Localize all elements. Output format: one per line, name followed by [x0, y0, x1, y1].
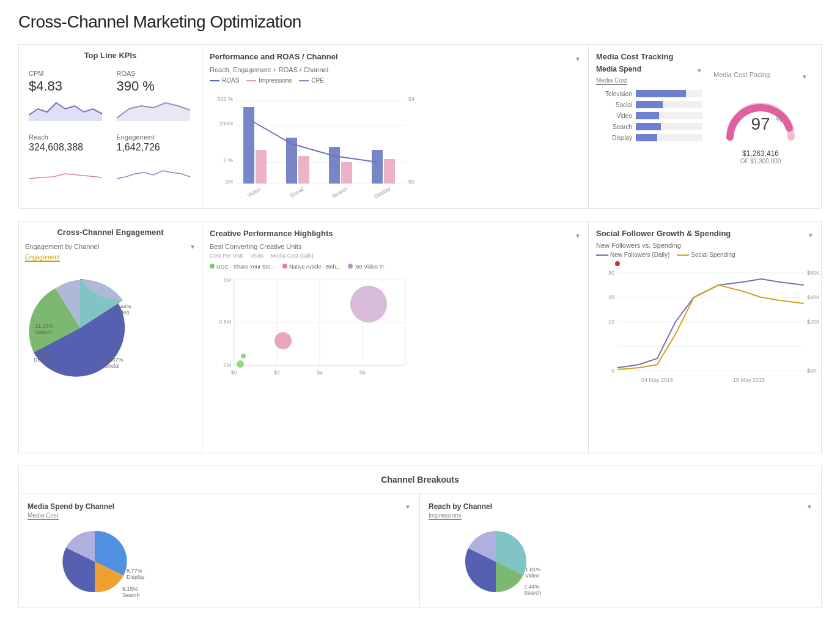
engagement-sparkline [117, 155, 193, 180]
kpi-engagement: Engagement 1,642,726 [113, 130, 196, 184]
media-spend-panel: Media Spend by Channel ▼ Media Cost 8.77… [19, 494, 420, 607]
svg-text:200M: 200M [219, 121, 233, 127]
media-spend-filter[interactable]: ▼ [696, 67, 702, 74]
svg-text:10: 10 [608, 319, 614, 325]
pacing-filter[interactable]: ▼ [801, 73, 808, 80]
bubble-chart: 1M 0.5M 0M $0 $2 $4 $6 [210, 273, 418, 384]
svg-rect-13 [256, 150, 267, 184]
media-cost-subtitle: Media Cost [596, 77, 627, 85]
svg-text:$60K: $60K [807, 270, 820, 276]
performance-legend: ROAS Impressions CPE [210, 77, 581, 84]
social-legend-1: Social Spending [691, 251, 735, 258]
creative-filter-icon[interactable]: ▼ [575, 232, 581, 239]
media-spend-title: Media Spend [596, 65, 641, 73]
kpi-reach-label: Reach [29, 133, 105, 141]
reach-panel: Reach by Channel ▼ Impressions 1.81% Vid… [420, 494, 821, 607]
kpi-roas: ROAS 390 % [113, 66, 196, 125]
svg-marker-0 [29, 103, 102, 121]
pie-chart-area: 2.44% Video 11.26% Search 13.93% Display… [25, 267, 196, 389]
legend-cpe: CPE [311, 77, 324, 84]
creative-chart-title: Best Converting Creative Units [210, 243, 581, 250]
social-legend: New Followers (Daily) Social Spending [596, 251, 814, 258]
bar-search: Search [596, 123, 702, 130]
pacing-title: Media Cost Pacing [713, 71, 770, 78]
svg-text:Display: Display [373, 185, 392, 199]
svg-text:1.81%: 1.81% [525, 566, 541, 573]
reach-pie: 1.81% Video 2.44% Search [429, 525, 563, 598]
kpi-cpm-value: $4.83 [29, 78, 105, 94]
svg-text:$20K: $20K [807, 319, 820, 325]
svg-text:30: 30 [608, 270, 614, 276]
cross-channel-filter[interactable]: ▼ [190, 243, 196, 250]
svg-text:2.44%: 2.44% [524, 584, 540, 590]
svg-point-52 [241, 354, 246, 358]
legend-impressions: Impressions [259, 77, 292, 84]
svg-text:$0K: $0K [807, 368, 817, 374]
svg-text:Video: Video [525, 573, 539, 579]
svg-text:Display: Display [34, 357, 52, 363]
pacing-of: OF $1,300,000 [740, 158, 781, 165]
svg-text:Video: Video [116, 310, 130, 316]
svg-rect-17 [341, 162, 352, 184]
svg-point-66 [615, 261, 620, 266]
svg-text:$6: $6 [359, 369, 366, 376]
svg-text:04 May 2015: 04 May 2015 [641, 377, 673, 383]
svg-text:$4: $4 [408, 96, 414, 102]
pacing-amount: $1,263,416 [742, 149, 779, 158]
bubble-legend: UGC - Share Your Sto... Native Article -… [210, 264, 581, 270]
svg-text:9.15%: 9.15% [122, 586, 138, 592]
svg-text:8.77%: 8.77% [127, 568, 142, 574]
svg-point-49 [237, 360, 244, 368]
svg-text:Social: Social [289, 186, 304, 199]
svg-text:%: % [776, 115, 783, 124]
cpm-sparkline [29, 97, 105, 121]
social-section-title: Social Follower Growth & Spending [596, 229, 731, 238]
page-title: Cross-Channel Marketing Optimization [18, 12, 822, 32]
svg-text:Social: Social [105, 363, 120, 369]
media-cost-section-title: Media Cost Tracking [596, 52, 673, 61]
svg-text:$0: $0 [231, 369, 237, 376]
gauge-chart: 97 % [721, 82, 800, 149]
svg-text:Video: Video [246, 186, 262, 198]
bar-display: Display [596, 134, 702, 141]
svg-rect-12 [243, 107, 254, 184]
svg-text:20: 20 [608, 294, 614, 300]
media-spend-channel-title: Media Spend by Channel [28, 502, 114, 511]
svg-text:2.44%: 2.44% [116, 303, 131, 310]
legend-roas: ROAS [222, 77, 239, 84]
svg-marker-1 [117, 103, 190, 121]
bar-television: Television [596, 90, 702, 97]
svg-point-50 [274, 332, 292, 349]
bar-social: Social [596, 101, 702, 108]
social-chart: 30 20 10 0 $60K $40K $20K $0K [596, 261, 810, 395]
creative-legend-2: Media Cost (calc) [271, 253, 314, 259]
engagement-chart-title: Engagement by Channel [25, 243, 99, 250]
kpi-engagement-label: Engagement [117, 133, 193, 141]
svg-text:97: 97 [751, 114, 770, 133]
social-filter[interactable]: ▼ [808, 232, 814, 239]
cross-channel-title: Cross-Channel Engagement [25, 228, 196, 237]
kpi-reach-value: 324,608,388 [29, 142, 105, 153]
bar-video: Video [596, 112, 702, 119]
svg-text:11.26%: 11.26% [35, 323, 54, 329]
kpi-reach: Reach 324,608,388 [25, 130, 108, 184]
reach-channel-title: Reach by Channel [429, 502, 492, 511]
kpi-cpm-label: CPM [29, 70, 105, 77]
media-spend-channel-filter[interactable]: ▼ [405, 503, 411, 510]
kpi-section-title: Top Line KPIs [25, 51, 196, 60]
svg-text:Search: Search [35, 329, 53, 335]
kpi-roas-label: ROAS [117, 70, 193, 77]
performance-chart: 500 % 200M 0 % 0M $4 $0 [210, 89, 581, 201]
svg-text:$4: $4 [317, 369, 323, 376]
svg-text:Search: Search [122, 592, 140, 598]
performance-filter-icon[interactable]: ▼ [575, 56, 581, 62]
svg-text:$0: $0 [408, 179, 414, 185]
svg-text:0 %: 0 % [223, 157, 233, 163]
bubble-item-1: Native Article - Beh... [289, 264, 341, 270]
creative-legend-1: Visits [250, 253, 263, 259]
svg-text:$40K: $40K [807, 294, 820, 300]
creative-section-title: Creative Performance Highlights [210, 229, 333, 238]
svg-text:0M: 0M [225, 179, 233, 185]
engagement-subtitle: Engagement [25, 254, 60, 262]
reach-channel-filter[interactable]: ▼ [806, 503, 812, 510]
